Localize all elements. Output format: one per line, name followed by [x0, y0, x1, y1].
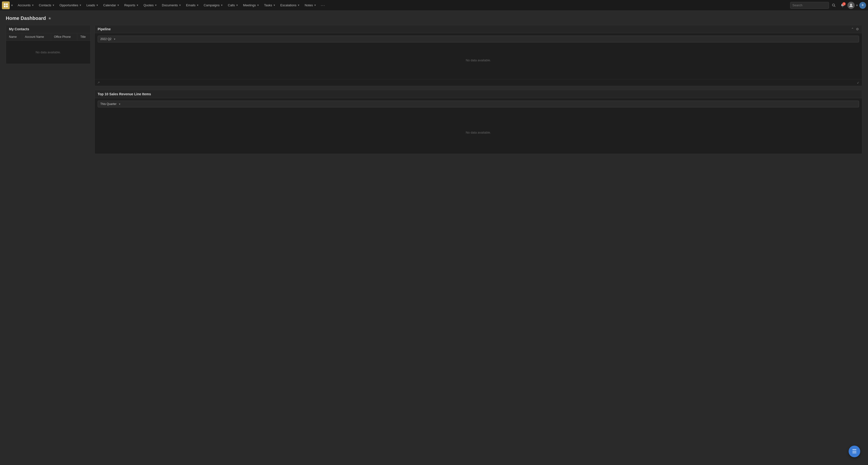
emails-label: Emails: [186, 3, 195, 7]
col-account-name: Account Name: [22, 33, 51, 41]
sidebar-item-calendar[interactable]: Calendar ▼: [101, 0, 122, 11]
nav-more-button[interactable]: ⋯: [319, 0, 328, 11]
svg-rect-2: [4, 6, 6, 7]
pipeline-panel: Pipeline ⌃ ⚙ 2022 Q2 ▼ No data available…: [94, 25, 862, 86]
fab-icon: ☰: [852, 448, 857, 455]
sales-period-value: This Quarter: [100, 102, 117, 106]
my-contacts-card: My Contacts Name Account Name Office Pho…: [6, 25, 91, 64]
pipeline-no-data: No data available.: [98, 44, 859, 77]
top-sales-no-data: No data available.: [95, 111, 862, 154]
pipeline-resize-icon[interactable]: ↙: [857, 81, 860, 84]
accounts-chevron: ▼: [31, 4, 34, 6]
tasks-chevron: ▼: [273, 4, 276, 6]
documents-label: Documents: [162, 3, 178, 7]
top-sales-header: Top 10 Sales Revenue Line Items: [95, 90, 862, 98]
panels-row: My Contacts Name Account Name Office Pho…: [6, 25, 862, 154]
sidebar-item-contacts[interactable]: Contacts ▼: [36, 0, 57, 11]
top-navigation: ▼ Accounts ▼ Contacts ▼ Opportunities ▼ …: [0, 0, 868, 11]
nav-collapse-icon[interactable]: ▼: [11, 4, 13, 7]
calendar-chevron: ▼: [117, 4, 120, 6]
sidebar-item-escalations[interactable]: Escalations ▼: [278, 0, 302, 11]
emails-chevron: ▼: [196, 4, 199, 6]
svg-rect-6: [842, 6, 843, 7]
pipeline-collapse-icon[interactable]: ⌃: [851, 27, 854, 31]
user-avatar[interactable]: [847, 2, 855, 9]
right-panels: Pipeline ⌃ ⚙ 2022 Q2 ▼ No data available…: [94, 25, 862, 154]
my-contacts-header: My Contacts: [6, 25, 90, 33]
documents-chevron: ▼: [179, 4, 181, 6]
contacts-chevron: ▼: [52, 4, 55, 6]
sidebar-item-quotes[interactable]: Quotes ▼: [141, 0, 159, 11]
quotes-label: Quotes: [144, 3, 154, 7]
sidebar-item-accounts[interactable]: Accounts ▼: [15, 0, 36, 11]
svg-rect-1: [6, 3, 8, 5]
campaigns-chevron: ▼: [220, 4, 223, 6]
pipeline-period-dropdown[interactable]: 2022 Q2 ▼: [98, 36, 859, 42]
sidebar-item-opportunities[interactable]: Opportunities ▼: [57, 0, 84, 11]
search-icon-button[interactable]: [830, 1, 838, 9]
notes-label: Notes: [305, 3, 313, 7]
leads-chevron: ▼: [96, 4, 98, 6]
search-bar[interactable]: [790, 2, 829, 9]
top-sales-panel: Top 10 Sales Revenue Line Items This Qua…: [94, 90, 862, 154]
contacts-table: Name Account Name Office Phone Title No …: [6, 33, 90, 64]
nav-right-actions: 3 ▼ +: [790, 1, 866, 9]
my-contacts-panel: My Contacts Name Account Name Office Pho…: [6, 25, 91, 64]
pipeline-settings-icon[interactable]: ⚙: [856, 27, 859, 31]
escalations-chevron: ▼: [297, 4, 300, 6]
svg-rect-0: [4, 3, 6, 5]
main-content: Home Dashboard ★ My Contacts Name Accoun…: [0, 11, 868, 159]
sidebar-item-meetings[interactable]: Meetings ▼: [241, 0, 262, 11]
col-title: Title: [77, 33, 90, 41]
sales-period-dropdown[interactable]: This Quarter ▼: [98, 100, 859, 108]
reports-label: Reports: [124, 3, 135, 7]
pipeline-header-icons: ⌃ ⚙: [851, 27, 859, 31]
page-title-row: Home Dashboard ★: [6, 16, 862, 21]
pipeline-expand-icon[interactable]: ↗: [97, 81, 100, 84]
notification-badge: 3: [842, 2, 846, 6]
svg-point-7: [850, 4, 852, 6]
calls-chevron: ▼: [236, 4, 238, 6]
meetings-chevron: ▼: [257, 4, 259, 6]
sidebar-item-emails[interactable]: Emails ▼: [184, 0, 202, 11]
opportunities-chevron: ▼: [79, 4, 82, 6]
svg-point-4: [832, 4, 835, 6]
top-sales-body: This Quarter ▼ No data available.: [95, 98, 862, 154]
col-name: Name: [6, 33, 22, 41]
reports-chevron: ▼: [136, 4, 138, 6]
add-button[interactable]: +: [859, 2, 866, 9]
my-contacts-title: My Contacts: [9, 27, 29, 31]
pipeline-dropdown-chevron: ▼: [114, 38, 116, 40]
sidebar-item-campaigns[interactable]: Campaigns ▼: [202, 0, 226, 11]
search-input[interactable]: [793, 3, 822, 7]
pipeline-period-value: 2022 Q2: [100, 37, 112, 41]
calendar-label: Calendar: [103, 3, 116, 7]
fab-button[interactable]: ☰: [848, 445, 860, 457]
leads-label: Leads: [87, 3, 95, 7]
app-logo[interactable]: [2, 1, 10, 9]
sidebar-item-documents[interactable]: Documents ▼: [159, 0, 184, 11]
avatar-chevron[interactable]: ▼: [856, 4, 858, 7]
nav-items-list: Accounts ▼ Contacts ▼ Opportunities ▼ Le…: [15, 0, 790, 11]
campaigns-label: Campaigns: [204, 3, 220, 7]
favorite-icon[interactable]: ★: [48, 16, 51, 21]
col-office-phone: Office Phone: [51, 33, 77, 41]
pipeline-title: Pipeline: [98, 27, 111, 31]
top-sales-title: Top 10 Sales Revenue Line Items: [98, 92, 151, 96]
sales-dropdown-chevron: ▼: [119, 103, 121, 106]
notes-chevron: ▼: [314, 4, 316, 6]
pipeline-panel-body: 2022 Q2 ▼ No data available.: [95, 33, 862, 79]
accounts-label: Accounts: [18, 3, 31, 7]
sidebar-item-reports[interactable]: Reports ▼: [122, 0, 141, 11]
sidebar-item-leads[interactable]: Leads ▼: [84, 0, 101, 11]
calls-label: Calls: [228, 3, 235, 7]
sidebar-item-calls[interactable]: Calls ▼: [225, 0, 241, 11]
sidebar-item-tasks[interactable]: Tasks ▼: [262, 0, 278, 11]
tasks-label: Tasks: [264, 3, 272, 7]
sidebar-item-notes[interactable]: Notes ▼: [302, 0, 319, 11]
quotes-chevron: ▼: [155, 4, 157, 6]
notifications-button[interactable]: 3: [839, 1, 846, 9]
contacts-no-data: No data available.: [6, 41, 90, 64]
contacts-label: Contacts: [39, 3, 51, 7]
svg-rect-3: [6, 6, 8, 7]
